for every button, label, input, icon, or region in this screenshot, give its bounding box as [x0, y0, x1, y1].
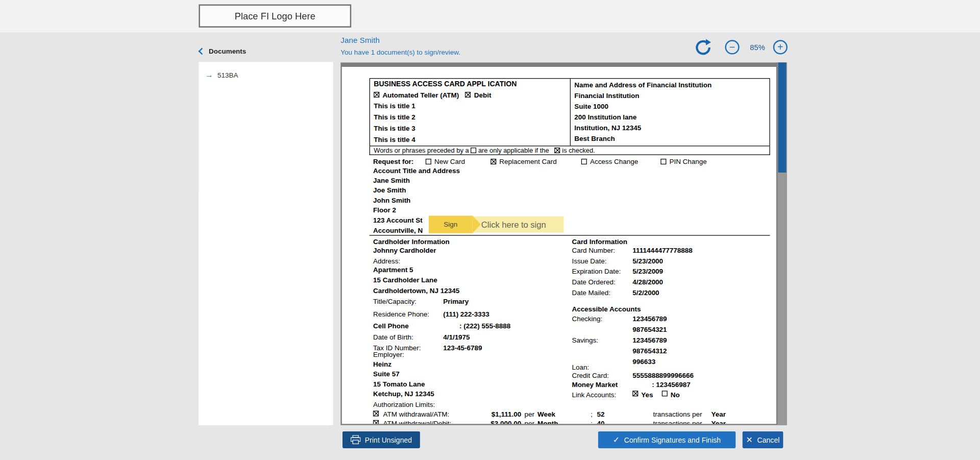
- refresh-icon[interactable]: [694, 39, 712, 56]
- form-line: This is title 1: [374, 100, 570, 111]
- zoom-out-button[interactable]: −: [725, 40, 739, 54]
- notice-empty-checkbox: [471, 148, 476, 153]
- option-replacement-card: Replacement Card: [491, 158, 581, 165]
- account-holder-line: Jane Smith: [370, 175, 770, 185]
- checkbox-atm-label: Automated Teller (ATM): [382, 91, 459, 99]
- account-row: Savings: 123456789: [572, 336, 770, 347]
- option-label: Replacement Card: [499, 158, 556, 165]
- form-title: BUSINESS ACCESS CARD APPL ICATION: [374, 80, 570, 89]
- checkbox-atm: [374, 92, 379, 98]
- field-date-mailed: Date Mailed: 5/2/2000: [572, 289, 770, 300]
- document-page: BUSINESS ACCESS CARD APPL ICATION Automa…: [342, 67, 776, 424]
- account-holder-line: Joe Smith: [370, 185, 770, 195]
- account-holder-line: John Smith: [370, 195, 770, 205]
- notice-mid: are only applicable if the: [478, 147, 549, 154]
- documents-sidebar: → 513BA: [199, 62, 333, 425]
- request-for-row: Request for: New Card Replacement Card A…: [370, 156, 770, 166]
- cardholder-name: Johnny Cardholder: [373, 246, 568, 257]
- document-viewer: BUSINESS ACCESS CARD APPL ICATION Automa…: [340, 62, 787, 425]
- documents-nav-header[interactable]: Documents: [200, 47, 247, 55]
- notice-row: Words or phrases preceded by aare only a…: [370, 147, 770, 155]
- field-date-ordered: Date Ordered: 4/28/2000: [572, 278, 770, 289]
- form-line: 200 Institution lane: [574, 112, 769, 123]
- form-line: Institution, NJ 12345: [574, 123, 769, 133]
- plus-icon: +: [777, 42, 783, 53]
- application-form: BUSINESS ACCESS CARD APPL ICATION Automa…: [370, 78, 770, 424]
- checkbox-debit-label: Debit: [474, 91, 492, 99]
- document-list-item[interactable]: → 513BA: [199, 62, 333, 79]
- cardholder-column: Cardholder Information Johnny Cardholder…: [370, 237, 568, 401]
- signature-overlay: Sign Click here to sign: [429, 215, 564, 233]
- link-accounts-row: Link Accounts: Yes No: [572, 391, 770, 401]
- form-line: Best Branch: [574, 133, 769, 144]
- request-for-label: Request for:: [373, 158, 426, 165]
- form-header-left: BUSINESS ACCESS CARD APPL ICATION Automa…: [370, 79, 570, 146]
- cancel-label: Cancel: [757, 436, 780, 444]
- confirm-signatures-button[interactable]: ✓ Confirm Signatures and Finish: [598, 431, 736, 448]
- account-row: Checking: 123456789: [572, 315, 770, 326]
- zoom-in-button[interactable]: +: [773, 40, 788, 54]
- address-line: 15 Cardholder Lane: [373, 276, 568, 287]
- field-issue-date: Issue Date: 5/23/2000: [572, 257, 770, 268]
- signature-field[interactable]: Click here to sign: [473, 216, 564, 233]
- form-line: Financial Institution: [574, 91, 769, 102]
- employer-line: Ketchup, NJ 12345: [373, 390, 568, 400]
- user-name: Jane Smith: [340, 36, 460, 45]
- checkbox-atm-withdrawal-debit: [373, 420, 379, 424]
- field-expiration-date: Expiration Date: 5/23/2009: [572, 268, 770, 278]
- account-row: 996633: [572, 357, 770, 363]
- card-type-line: Automated Teller (ATM) Debit: [374, 89, 570, 100]
- info-section: Cardholder Information Johnny Cardholder…: [370, 235, 770, 400]
- sign-tag[interactable]: Sign: [429, 215, 473, 233]
- option-label: PIN Change: [669, 158, 706, 165]
- scrollbar-thumb[interactable]: [778, 62, 786, 173]
- field-date-of-birth: Date of Birth: 4/1/1975: [373, 333, 568, 344]
- print-unsigned-button[interactable]: Print Unsigned: [342, 431, 420, 448]
- account-row-credit-card: Credit Card: 5555888899996666: [572, 371, 770, 380]
- field-residence-phone: Residence Phone: (111) 222-3333: [373, 310, 568, 322]
- notice-post: is checked.: [562, 147, 595, 154]
- notice-checked-checkbox: [555, 148, 560, 153]
- viewer-scrollbar[interactable]: [777, 62, 787, 425]
- field-title-capacity: Title/Capacity: Primary: [373, 298, 568, 310]
- form-line: This is title 3: [374, 123, 570, 134]
- account-row: 987654321: [572, 326, 770, 336]
- form-header-right: Name and Address of Financial Institutio…: [570, 79, 770, 146]
- option-new-card: New Card: [426, 158, 491, 165]
- documents-label: Documents: [209, 47, 246, 55]
- field-tax-id: Tax ID Number: 123-45-6789: [373, 344, 568, 350]
- address-line: Cardholdertown, NJ 12345: [373, 287, 568, 298]
- check-icon: ✓: [613, 435, 620, 444]
- cancel-button[interactable]: ✕ Cancel: [743, 431, 783, 448]
- fi-address-heading: Name and Address of Financial Institutio…: [574, 80, 769, 91]
- account-row: 987654312: [572, 347, 770, 358]
- auth-limit-row: ATM withdrawal/Debit: $3,000.00 per Mont…: [370, 418, 770, 424]
- form-line: This is title 2: [374, 111, 570, 123]
- auth-limit-row: ATM withdrawal/ATM: $1,111.00 per Week ;…: [370, 409, 770, 418]
- checkbox-new-card: [426, 158, 431, 164]
- document-name: 513BA: [217, 71, 238, 79]
- field-cell-phone: Cell Phone : (222) 555-8888: [373, 322, 568, 333]
- sign-tag-label: Sign: [444, 221, 457, 228]
- checkbox-pin-change: [660, 158, 666, 164]
- form-line: Suite 1000: [574, 101, 769, 112]
- option-label: Access Change: [590, 158, 638, 165]
- accessible-accounts-heading: Accessible Accounts: [572, 305, 770, 316]
- checkbox-replacement-card: [491, 158, 496, 164]
- back-chevron-icon[interactable]: [199, 47, 206, 55]
- checkbox-access-change: [581, 158, 587, 164]
- address-line: Apartment 5: [373, 265, 568, 276]
- confirm-signatures-label: Confirm Signatures and Finish: [624, 436, 721, 444]
- option-access-change: Access Change: [581, 158, 661, 165]
- account-row-loan: Loan:: [572, 363, 770, 371]
- notice-pre: Words or phrases preceded by a: [374, 147, 469, 154]
- sign-review-message: You have 1 document(s) to sign/review.: [340, 48, 460, 56]
- app-root: Place FI Logo Here Documents → 513BA Jan…: [0, 0, 980, 460]
- printer-icon: [351, 435, 361, 444]
- cardholder-heading: Cardholder Information: [373, 237, 568, 246]
- money-market-row: Money Market : 123456987: [572, 381, 770, 391]
- minus-icon: −: [729, 42, 735, 53]
- employer-label: Employer:: [373, 351, 568, 360]
- form-line: This is title 4: [374, 134, 570, 145]
- address-label: Address:: [373, 257, 568, 265]
